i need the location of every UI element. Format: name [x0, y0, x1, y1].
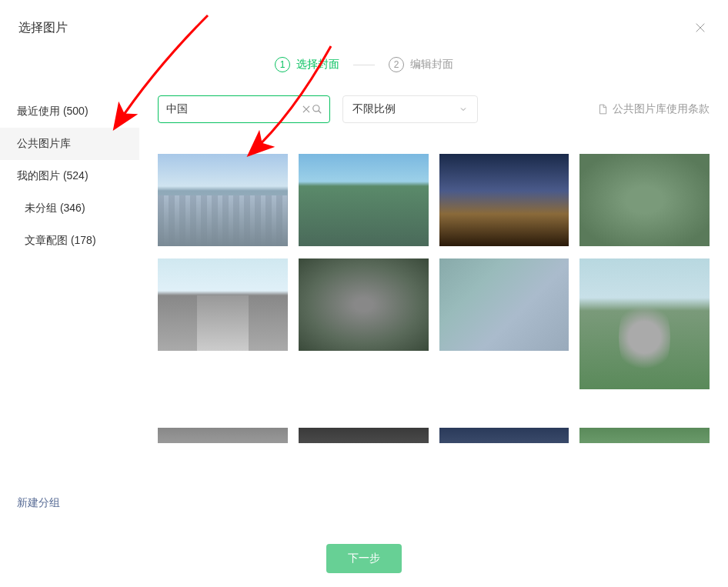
terms-link[interactable]: 公共图片库使用条款 — [597, 102, 710, 116]
steps-nav: 1 选择封面 2 编辑封面 — [0, 37, 728, 88]
image-thumbnail[interactable] — [299, 428, 429, 443]
sidebar: 最近使用 (500) 公共图片库 我的图片 (524) 未分组 (346) 文章… — [0, 88, 139, 582]
step-1-label: 选择封面 — [296, 58, 339, 72]
image-thumbnail[interactable] — [579, 258, 710, 389]
clear-search-button[interactable] — [301, 102, 312, 116]
image-grid — [158, 154, 710, 389]
sidebar-item-article-images[interactable]: 文章配图 (178) — [0, 225, 139, 257]
image-thumbnail[interactable] — [158, 428, 288, 443]
image-thumbnail[interactable] — [439, 154, 569, 246]
sidebar-item-recent[interactable]: 最近使用 (500) — [0, 95, 139, 128]
next-button[interactable]: 下一步 — [326, 544, 402, 573]
new-group-button[interactable]: 新建分组 — [17, 496, 60, 510]
image-thumbnail[interactable] — [158, 154, 288, 246]
image-thumbnail[interactable] — [579, 428, 710, 443]
search-icon — [312, 104, 322, 115]
document-icon — [597, 104, 608, 115]
sidebar-item-public-library[interactable]: 公共图片库 — [0, 128, 139, 160]
chevron-down-icon — [459, 105, 468, 114]
image-thumbnail[interactable] — [299, 154, 429, 246]
image-grid-row — [158, 428, 710, 443]
image-thumbnail[interactable] — [299, 258, 429, 351]
close-icon — [694, 22, 706, 34]
sidebar-item-my-images[interactable]: 我的图片 (524) — [0, 160, 139, 192]
sidebar-item-ungrouped[interactable]: 未分组 (346) — [0, 192, 139, 225]
step-2-number: 2 — [389, 57, 404, 72]
step-select-cover: 1 选择封面 — [275, 57, 339, 72]
terms-label: 公共图片库使用条款 — [613, 102, 710, 116]
close-icon — [301, 104, 312, 115]
step-divider — [353, 65, 375, 65]
ratio-select[interactable]: 不限比例 — [342, 95, 478, 123]
image-thumbnail[interactable] — [158, 258, 288, 351]
ratio-select-label: 不限比例 — [352, 102, 396, 116]
search-button[interactable] — [312, 102, 322, 116]
search-input[interactable] — [166, 103, 301, 115]
modal-title: 选择图片 — [18, 20, 68, 36]
image-thumbnail[interactable] — [579, 154, 710, 246]
search-box[interactable] — [158, 95, 330, 123]
image-thumbnail[interactable] — [439, 258, 569, 351]
step-edit-cover: 2 编辑封面 — [389, 57, 453, 72]
svg-point-0 — [313, 105, 319, 112]
close-button[interactable] — [691, 18, 710, 37]
image-thumbnail[interactable] — [439, 428, 569, 443]
step-1-number: 1 — [275, 57, 290, 72]
step-2-label: 编辑封面 — [410, 58, 453, 72]
